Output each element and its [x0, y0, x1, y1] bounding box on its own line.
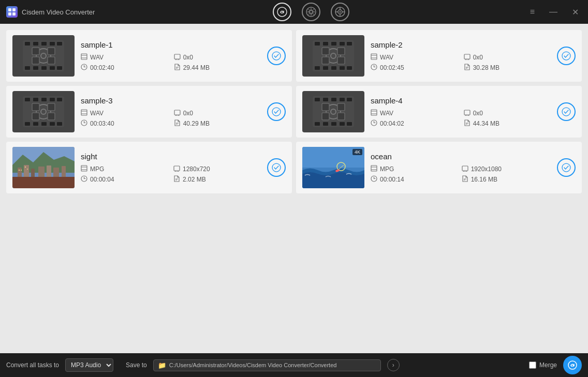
size-text-ocean: 16.16 MB [471, 176, 497, 183]
svg-rect-120 [331, 122, 336, 126]
svg-rect-29 [33, 66, 38, 70]
format-icon-sample-4 [371, 109, 377, 117]
size-text-sample-4: 44.34 MB [473, 120, 499, 127]
check-button-sample-4[interactable] [557, 102, 576, 121]
media-name-sample-4: sample-4 [371, 96, 551, 105]
duration-icon-sample-1 [81, 64, 87, 72]
svg-rect-3 [12, 12, 16, 16]
app-title-text: Cisdem Video Converter [22, 8, 95, 16]
resolution-item-sample-4: 0x0 [464, 109, 551, 117]
svg-rect-160 [174, 166, 180, 171]
media-meta-sight: MPG 1280x720 00:00:04 2.02 MB [81, 165, 261, 184]
check-button-sight[interactable] [267, 158, 286, 177]
duration-item-sample-4: 00:04:02 [371, 119, 455, 128]
svg-rect-86 [50, 98, 55, 101]
format-select[interactable]: MP3 AudioMP4 VideoAVIMOVMKVWAVAACFLAC [65, 358, 113, 372]
media-info-sample-1: sample-1 WAV 0x0 00:02:40 29.44 MB [81, 40, 261, 72]
svg-rect-89 [33, 122, 38, 126]
svg-rect-68 [337, 57, 345, 64]
convert-button[interactable] [563, 356, 582, 374]
svg-rect-90 [41, 122, 47, 126]
svg-rect-127 [322, 113, 329, 120]
resolution-text-sample-3: 0x0 [183, 110, 193, 117]
svg-rect-84 [33, 98, 38, 101]
svg-rect-55 [331, 42, 336, 46]
format-text-sample-3: WAV [90, 110, 104, 117]
thumbnail-ocean: 4K [302, 147, 364, 188]
thumbnail-sample-1 [12, 35, 75, 77]
resolution-text-sample-4: 0x0 [473, 110, 483, 117]
merge-area: Merge [529, 361, 557, 369]
menu-button[interactable]: ≡ [527, 5, 538, 19]
media-meta-sample-3: WAV 0x0 00:03:40 40.29 MB [81, 109, 261, 128]
size-icon-sample-3 [174, 119, 181, 128]
check-button-sample-2[interactable] [557, 47, 576, 65]
resolution-item-sample-3: 0x0 [174, 109, 261, 117]
media-name-sight: sight [81, 152, 261, 161]
svg-rect-27 [57, 42, 62, 46]
check-button-sample-3[interactable] [267, 102, 286, 121]
svg-rect-97 [32, 113, 39, 120]
browse-path-button[interactable]: › [387, 359, 400, 371]
resolution-text-sight: 1280x720 [183, 165, 210, 173]
svg-rect-96 [48, 103, 55, 111]
save-to-label: Save to [126, 361, 147, 369]
size-item-sample-2: 30.28 MB [464, 64, 551, 72]
minimize-button[interactable]: — [546, 5, 561, 19]
check-button-ocean[interactable] [557, 158, 576, 177]
duration-icon-sample-4 [371, 119, 377, 128]
duration-text-sight: 00:00:04 [90, 176, 114, 183]
svg-rect-126 [337, 103, 345, 111]
duration-item-sight: 00:00:04 [81, 175, 165, 184]
svg-rect-122 [347, 122, 352, 126]
svg-rect-151 [62, 166, 66, 178]
resolution-text-sample-2: 0x0 [473, 54, 483, 61]
size-icon-ocean [462, 175, 468, 184]
svg-point-81 [562, 52, 570, 60]
svg-rect-157 [81, 165, 87, 171]
titlebar-center [273, 3, 349, 21]
format-text-sight: MPG [90, 165, 104, 173]
duration-text-sample-1: 00:02:40 [90, 64, 114, 71]
resolution-item-sight: 1280x720 [173, 165, 261, 173]
svg-rect-61 [340, 66, 345, 70]
format-text-ocean: MPG [380, 165, 394, 173]
merge-checkbox[interactable] [529, 361, 536, 369]
media-name-ocean: ocean [371, 152, 551, 161]
svg-rect-67 [322, 57, 329, 64]
svg-rect-145 [18, 168, 22, 178]
format-text-sample-4: WAV [380, 110, 393, 117]
svg-point-17 [339, 11, 341, 13]
svg-rect-150 [53, 168, 59, 178]
convert-nav-icon[interactable] [273, 3, 291, 21]
svg-line-13 [312, 9, 313, 10]
media-name-sample-3: sample-3 [81, 96, 261, 105]
media-card-ocean: 4K ocean MPG 1920x1080 00:00:14 16.16 MB [296, 142, 582, 193]
size-item-ocean: 16.16 MB [462, 175, 551, 184]
media-card-sight: sight MPG 1280x720 00:00:04 2.02 MB [6, 142, 292, 193]
titlebar-left: Cisdem Video Converter [6, 6, 95, 18]
svg-rect-0 [8, 8, 11, 11]
size-icon-sample-1 [174, 64, 181, 72]
svg-rect-128 [337, 113, 345, 120]
size-item-sample-4: 44.34 MB [464, 119, 551, 128]
close-button[interactable]: ✕ [569, 5, 582, 19]
duration-icon-ocean [371, 175, 377, 184]
svg-rect-25 [41, 42, 47, 46]
media-nav-icon[interactable] [331, 3, 349, 21]
svg-rect-53 [315, 42, 320, 46]
format-item-ocean: MPG [371, 165, 453, 173]
media-info-ocean: ocean MPG 1920x1080 00:00:14 16.16 MB [371, 152, 551, 184]
svg-rect-37 [32, 57, 39, 64]
media-info-sample-2: sample-2 WAV 0x0 00:02:45 30.28 MB [371, 40, 551, 72]
resolution-icon-sample-3 [174, 109, 181, 117]
check-button-sample-1[interactable] [267, 47, 286, 65]
svg-rect-35 [32, 48, 39, 55]
svg-rect-113 [315, 98, 320, 101]
svg-rect-148 [38, 167, 45, 178]
format-text-sample-2: WAV [380, 54, 393, 61]
resolution-text-ocean: 1920x1080 [471, 165, 502, 173]
settings-nav-icon[interactable] [302, 3, 320, 21]
svg-rect-149 [47, 165, 51, 178]
convert-all-label: Convert all tasks to [6, 361, 59, 369]
